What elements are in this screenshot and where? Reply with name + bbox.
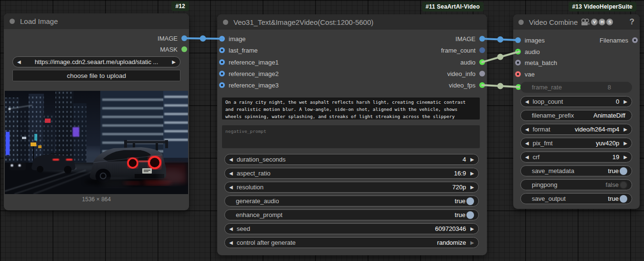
decrement-arrow-icon[interactable]: ◀: [229, 240, 233, 245]
widget-value: true: [455, 211, 465, 218]
veo-title-bar[interactable]: Veo31_Text&Image2Video(Cost:1200-5600): [217, 14, 487, 30]
meta-batch-input-socket[interactable]: [515, 60, 521, 65]
reference-image2-input-socket[interactable]: [219, 71, 225, 76]
increment-arrow-icon[interactable]: ▶: [470, 240, 474, 245]
toggle-on-icon[interactable]: [620, 195, 627, 203]
input-label: images: [525, 37, 545, 44]
widget-name: frame_rate: [532, 84, 562, 91]
link-midpoint-dot[interactable]: [497, 83, 504, 89]
aspect-ratio-widget[interactable]: ◀ aspect_ratio 16:9 ▶: [224, 168, 479, 179]
increment-arrow-icon[interactable]: ▶: [623, 127, 627, 132]
image-file-combo[interactable]: ◀ https://image.cdn2.seaart.me/upload/st…: [12, 56, 180, 67]
prompt-textarea[interactable]: On a rainy city night, the wet asphalt r…: [222, 98, 480, 120]
video-combine-node[interactable]: Video Combine V H S ? images audio meta_…: [513, 14, 640, 209]
decrement-arrow-icon[interactable]: ◀: [525, 127, 529, 132]
widget-name: resolution: [237, 184, 264, 191]
toggle-on-icon[interactable]: [466, 197, 474, 205]
widget-value: yuv420p: [596, 140, 619, 147]
video-fps-output-socket[interactable]: [479, 82, 485, 88]
crf-widget[interactable]: ◀ crf 19 ▶: [520, 152, 632, 163]
load-image-title-bar[interactable]: Load Image: [4, 13, 189, 29]
save-output-toggle[interactable]: save_output true: [520, 193, 632, 204]
widget-value: false: [606, 181, 619, 188]
widget-value: true: [455, 197, 465, 205]
last-frame-input-socket[interactable]: [219, 47, 225, 53]
format-widget[interactable]: ◀ format video/h264-mp4 ▶: [520, 124, 632, 135]
pix-fmt-widget[interactable]: ◀ pix_fmt yuv420p ▶: [520, 138, 632, 149]
increment-arrow-icon[interactable]: ▶: [623, 154, 627, 160]
reference-image3-input-socket[interactable]: [219, 82, 225, 88]
node-title: Video Combine: [529, 18, 578, 26]
generate-audio-toggle[interactable]: generate_audio true: [224, 196, 479, 207]
pingpong-toggle[interactable]: pingpong false: [520, 179, 632, 190]
input-label: last_frame: [229, 47, 258, 54]
input-label: image: [229, 35, 245, 43]
decrement-arrow-icon[interactable]: ◀: [229, 185, 233, 190]
output-label: IMAGE: [158, 35, 178, 42]
widget-name: save_output: [532, 195, 566, 202]
load-image-node[interactable]: Load Image IMAGE MASK ◀ https://image.cd…: [4, 13, 189, 210]
decrement-arrow-icon[interactable]: ◀: [229, 157, 233, 162]
increment-arrow-icon[interactable]: ▶: [623, 141, 627, 146]
choose-file-button[interactable]: choose file to upload: [12, 70, 180, 81]
increment-arrow-icon[interactable]: ▶: [470, 157, 474, 162]
prev-arrow-icon[interactable]: ◀: [17, 59, 21, 65]
mask-output-socket[interactable]: [181, 46, 187, 52]
control-after-generate-widget[interactable]: ◀ control after generate randomize ▶: [224, 237, 479, 248]
increment-arrow-icon[interactable]: ▶: [470, 171, 474, 176]
link-midpoint-dot[interactable]: [497, 36, 504, 43]
increment-arrow-icon[interactable]: ▶: [623, 99, 627, 104]
toggle-on-icon[interactable]: [620, 167, 627, 175]
resolution-widget[interactable]: ◀ resolution 720p ▶: [224, 182, 479, 193]
decrement-arrow-icon[interactable]: ◀: [525, 99, 529, 104]
frame-count-output-socket[interactable]: [479, 47, 485, 53]
widget-name: save_metadata: [532, 167, 574, 174]
filenames-output-socket[interactable]: [632, 37, 638, 43]
widget-value: 609720346: [435, 225, 466, 232]
filename-prefix-widget[interactable]: filename_prefix AnimateDiff: [520, 110, 632, 121]
collapse-dot-icon[interactable]: [10, 19, 15, 24]
widget-value: 0: [616, 98, 619, 105]
collapse-dot-icon[interactable]: [518, 20, 524, 25]
input-row-images: images: [515, 35, 545, 45]
output-label: video_info: [447, 70, 475, 77]
collapse-dot-icon[interactable]: [223, 20, 228, 25]
toggle-on-icon[interactable]: [466, 211, 474, 219]
toggle-off-icon[interactable]: [620, 181, 627, 189]
save-metadata-toggle[interactable]: save_metadata true: [520, 165, 632, 176]
widget-value: true: [608, 195, 619, 202]
image-output-socket[interactable]: [479, 36, 485, 42]
enhance-prompt-toggle[interactable]: enhance_prompt true: [224, 209, 479, 220]
widget-name: filename_prefix: [532, 112, 574, 119]
loop-count-widget[interactable]: ◀ loop_count 0 ▶: [520, 96, 632, 107]
output-label: MASK: [160, 46, 178, 53]
duration-seconds-widget[interactable]: ◀ duration_seconds 4 ▶: [224, 154, 479, 165]
output-label: IMAGE: [455, 35, 475, 43]
decrement-arrow-icon[interactable]: ◀: [525, 141, 529, 146]
video-info-output-socket[interactable]: [479, 71, 485, 76]
vae-input-socket[interactable]: [515, 71, 521, 77]
help-button[interactable]: ?: [630, 17, 634, 27]
video-combine-title-bar[interactable]: Video Combine V H S ?: [513, 14, 640, 30]
link-midpoint-dot[interactable]: [200, 35, 206, 42]
increment-arrow-icon[interactable]: ▶: [470, 226, 474, 231]
audio-output-socket[interactable]: [479, 59, 485, 65]
image-output-socket[interactable]: [181, 35, 187, 41]
link-midpoint-dot[interactable]: [497, 54, 504, 60]
audio-input-socket[interactable]: [515, 49, 521, 54]
widget-name: seed: [237, 225, 250, 232]
reference-image1-input-socket[interactable]: [219, 59, 225, 65]
negative-prompt-textarea[interactable]: negative_prompt: [222, 125, 480, 148]
image-input-socket[interactable]: [219, 36, 225, 42]
decrement-arrow-icon[interactable]: ◀: [525, 154, 529, 160]
node-graph-canvas[interactable]: #12 #11 SeaArtAI-Video #13 VideoHelperSu…: [0, 0, 644, 261]
next-arrow-icon[interactable]: ▶: [172, 59, 176, 65]
seed-widget[interactable]: ◀ seed 609720346 ▶: [224, 223, 479, 234]
increment-arrow-icon[interactable]: ▶: [470, 185, 474, 190]
vhs-s-icon: S: [606, 19, 613, 25]
node-title: Veo31_Text&Image2Video(Cost:1200-5600): [233, 18, 373, 26]
veo-video-node[interactable]: Veo31_Text&Image2Video(Cost:1200-5600) i…: [217, 14, 487, 255]
decrement-arrow-icon[interactable]: ◀: [229, 171, 233, 176]
images-input-socket[interactable]: [515, 37, 521, 43]
decrement-arrow-icon[interactable]: ◀: [229, 226, 233, 231]
